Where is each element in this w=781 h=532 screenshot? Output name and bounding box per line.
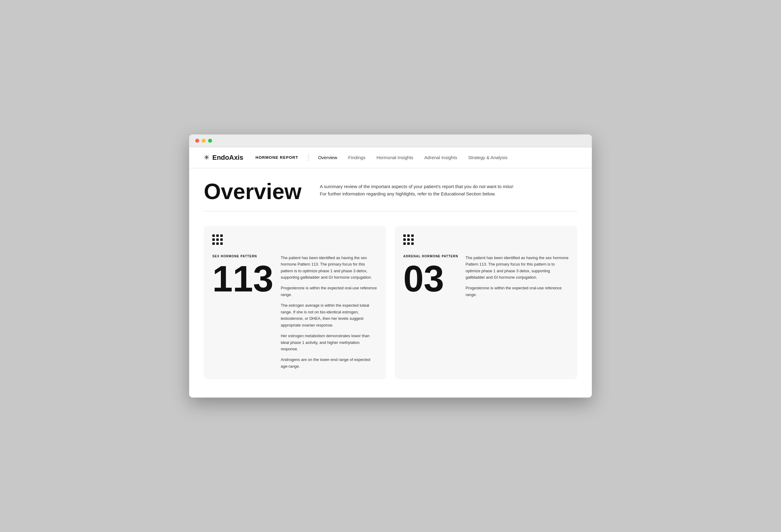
nav-report-section: HORMONE REPORT Overview Findings Hormona… [255, 153, 507, 162]
nav-strategy-analysis[interactable]: Strategy & Analysis [468, 155, 507, 160]
adrenal-hormone-card: ADRENAL HORMONE PATTERN 03 The patient h… [395, 226, 577, 380]
nav-overview[interactable]: Overview [318, 155, 337, 160]
adrenal-hormone-para-2: Progesterone is within the expected oral… [465, 285, 569, 298]
adrenal-hormone-dots-icon [403, 234, 569, 245]
sex-hormone-para-1: The patient has been identified as havin… [281, 255, 378, 281]
app-window: ✳ EndoAxis HORMONE REPORT Overview Findi… [189, 134, 592, 398]
sex-hormone-pattern-number: 113 [212, 260, 273, 297]
nav-separator [308, 153, 309, 162]
overview-description: A summary review of the important aspect… [320, 180, 513, 197]
navbar: ✳ EndoAxis HORMONE REPORT Overview Findi… [189, 147, 592, 168]
report-label: HORMONE REPORT [255, 155, 308, 160]
sex-hormone-para-4: Her estrogen metabolism demonstrates low… [281, 332, 378, 352]
adrenal-hormone-left: ADRENAL HORMONE PATTERN 03 [403, 255, 458, 297]
sex-hormone-text: The patient has been identified as havin… [281, 255, 378, 370]
overview-header: Overview A summary review of the importa… [204, 180, 577, 211]
adrenal-hormone-pattern-label: ADRENAL HORMONE PATTERN [403, 255, 458, 258]
main-area: Overview A summary review of the importa… [189, 168, 592, 398]
minimize-button[interactable] [202, 139, 206, 143]
sex-hormone-para-5: Androgens are on the lower-end range of … [281, 356, 378, 369]
sex-hormone-body: SEX HORMONE PATTERN 113 The patient has … [212, 255, 378, 370]
main-content: ✳ EndoAxis HORMONE REPORT Overview Findi… [189, 147, 592, 398]
logo-area: ✳ EndoAxis [204, 153, 243, 162]
nav-adrenal-insights[interactable]: Adrenal Insights [424, 155, 457, 160]
adrenal-hormone-pattern-number: 03 [403, 260, 458, 297]
nav-findings[interactable]: Findings [348, 155, 366, 160]
maximize-button[interactable] [208, 139, 212, 143]
nav-hormonal-insights[interactable]: Hormonal Insights [376, 155, 413, 160]
sex-hormone-para-3: The estrogen average is within the expec… [281, 302, 378, 328]
adrenal-hormone-body: ADRENAL HORMONE PATTERN 03 The patient h… [403, 255, 569, 298]
title-bar [189, 134, 592, 147]
overview-title: Overview [204, 180, 301, 203]
sex-hormone-left: SEX HORMONE PATTERN 113 [212, 255, 273, 297]
adrenal-hormone-para-1: The patient has been identified as havin… [465, 255, 569, 281]
adrenal-hormone-text: The patient has been identified as havin… [465, 255, 569, 298]
logo-icon: ✳ [204, 153, 209, 162]
sex-hormone-pattern-label: SEX HORMONE PATTERN [212, 255, 273, 258]
sex-hormone-card: SEX HORMONE PATTERN 113 The patient has … [204, 226, 386, 380]
nav-links: Overview Findings Hormonal Insights Adre… [318, 155, 508, 160]
close-button[interactable] [195, 139, 199, 143]
sex-hormone-dots-icon [212, 234, 378, 245]
cards-row: SEX HORMONE PATTERN 113 The patient has … [204, 226, 577, 380]
logo-text: EndoAxis [212, 153, 243, 162]
sex-hormone-para-2: Progesterone is within the expected oral… [281, 285, 378, 298]
